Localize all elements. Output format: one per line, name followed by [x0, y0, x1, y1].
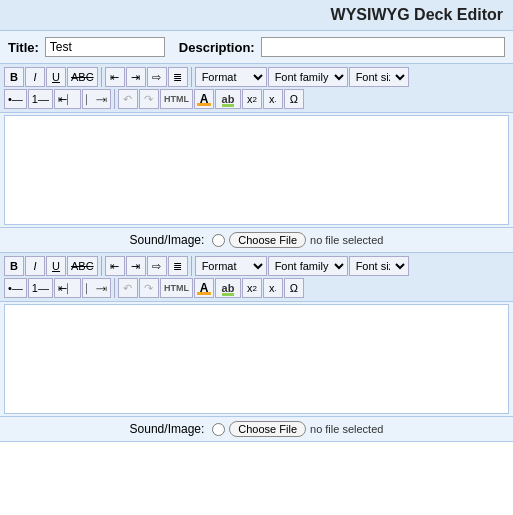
- separator-1: [101, 67, 102, 87]
- html-button[interactable]: HTML: [160, 89, 193, 109]
- sound-radio-2[interactable]: [212, 423, 225, 436]
- highlight-label-2: ab: [222, 282, 235, 294]
- strikethrough-button-2[interactable]: ABC: [67, 256, 98, 276]
- highlight-button-2[interactable]: ab: [215, 278, 241, 298]
- choose-file-button-2[interactable]: Choose File: [229, 421, 306, 437]
- separator-6: [114, 278, 115, 298]
- align-center-button-2[interactable]: ⇥: [126, 256, 146, 276]
- indent-button[interactable]: ⎸⇥: [82, 89, 111, 109]
- align-left-button-2[interactable]: ⇤: [105, 256, 125, 276]
- strikethrough-button[interactable]: ABC: [67, 67, 98, 87]
- align-justify-button-2[interactable]: ≣: [168, 256, 188, 276]
- redo-button-2[interactable]: ↷: [139, 278, 159, 298]
- sound-image-label-1: Sound/Image:: [130, 233, 205, 247]
- sound-image-row-2: Sound/Image: Choose File no file selecte…: [0, 417, 513, 442]
- align-justify-button[interactable]: ≣: [168, 67, 188, 87]
- separator-5: [191, 256, 192, 276]
- highlight-button[interactable]: ab: [215, 89, 241, 109]
- title-label: Title:: [8, 40, 39, 55]
- toolbar-1: B I U ABC ⇤ ⇥ ⇨ ≣ Format Heading 1 Headi…: [0, 64, 513, 113]
- outdent-button[interactable]: ⇤⎸: [54, 89, 81, 109]
- size-select-1[interactable]: Font size 8 10 12 14 16: [349, 67, 409, 87]
- font-select-1[interactable]: Font family Arial Times New Roman Courie…: [268, 67, 348, 87]
- app-title: WYSIWYG Deck Editor: [331, 6, 503, 23]
- font-color-button-2[interactable]: A: [194, 278, 214, 298]
- editor-section-1: B I U ABC ⇤ ⇥ ⇨ ≣ Format Heading 1 Headi…: [0, 64, 513, 228]
- highlight-label: ab: [222, 93, 235, 105]
- desc-label: Description:: [179, 40, 255, 55]
- undo-button-2[interactable]: ↶: [118, 278, 138, 298]
- align-center-button[interactable]: ⇥: [126, 67, 146, 87]
- no-file-text-2: no file selected: [310, 423, 383, 435]
- align-right-button[interactable]: ⇨: [147, 67, 167, 87]
- size-select-2[interactable]: Font size 10 12 14: [349, 256, 409, 276]
- format-select-2[interactable]: Format Heading 1 Heading 2 Normal: [195, 256, 267, 276]
- ordered-list-button[interactable]: 1—: [28, 89, 53, 109]
- title-row: Title: Description:: [0, 31, 513, 64]
- format-select-1[interactable]: Format Heading 1 Heading 2 Normal: [195, 67, 267, 87]
- no-file-text-1: no file selected: [310, 234, 383, 246]
- font-color-button[interactable]: A: [194, 89, 214, 109]
- redo-button[interactable]: ↷: [139, 89, 159, 109]
- italic-button-2[interactable]: I: [25, 256, 45, 276]
- toolbar-row-2-bottom: •— 1— ⇤⎸ ⎸⇥ ↶ ↷ HTML A ab x2 x. Ω: [4, 277, 509, 299]
- toolbar-row-1-bottom: •— 1— ⇤⎸ ⎸⇥ ↶ ↷ HTML A ab x2 x. Ω: [4, 88, 509, 110]
- special-chars-button-2[interactable]: Ω: [284, 278, 304, 298]
- underline-button-2[interactable]: U: [46, 256, 66, 276]
- editor-area-2[interactable]: [4, 304, 509, 414]
- sound-radio-1[interactable]: [212, 234, 225, 247]
- sound-image-row-1: Sound/Image: Choose File no file selecte…: [0, 228, 513, 253]
- special-chars-button[interactable]: Ω: [284, 89, 304, 109]
- toolbar-row-2-top: B I U ABC ⇤ ⇥ ⇨ ≣ Format Heading 1 Headi…: [4, 255, 509, 277]
- separator-3: [114, 89, 115, 109]
- subscript-button-2[interactable]: x.: [263, 278, 283, 298]
- ordered-list-button-2[interactable]: 1—: [28, 278, 53, 298]
- underline-button[interactable]: U: [46, 67, 66, 87]
- editor-section-2: B I U ABC ⇤ ⇥ ⇨ ≣ Format Heading 1 Headi…: [0, 253, 513, 417]
- sound-image-label-2: Sound/Image:: [130, 422, 205, 436]
- toolbar-2: B I U ABC ⇤ ⇥ ⇨ ≣ Format Heading 1 Headi…: [0, 253, 513, 302]
- app-header: WYSIWYG Deck Editor: [0, 0, 513, 31]
- superscript-button[interactable]: x2: [242, 89, 262, 109]
- separator-2: [191, 67, 192, 87]
- unordered-list-button-2[interactable]: •—: [4, 278, 27, 298]
- align-left-button[interactable]: ⇤: [105, 67, 125, 87]
- html-button-2[interactable]: HTML: [160, 278, 193, 298]
- title-input[interactable]: [45, 37, 165, 57]
- bold-button-2[interactable]: B: [4, 256, 24, 276]
- indent-button-2[interactable]: ⎸⇥: [82, 278, 111, 298]
- choose-file-button-1[interactable]: Choose File: [229, 232, 306, 248]
- outdent-button-2[interactable]: ⇤⎸: [54, 278, 81, 298]
- undo-button[interactable]: ↶: [118, 89, 138, 109]
- bold-button[interactable]: B: [4, 67, 24, 87]
- subscript-button[interactable]: x.: [263, 89, 283, 109]
- unordered-list-button[interactable]: •—: [4, 89, 27, 109]
- toolbar-row-1-top: B I U ABC ⇤ ⇥ ⇨ ≣ Format Heading 1 Headi…: [4, 66, 509, 88]
- font-select-2[interactable]: Font family Arial Times New Roman: [268, 256, 348, 276]
- desc-input[interactable]: [261, 37, 505, 57]
- superscript-button-2[interactable]: x2: [242, 278, 262, 298]
- align-right-button-2[interactable]: ⇨: [147, 256, 167, 276]
- italic-button[interactable]: I: [25, 67, 45, 87]
- editor-area-1[interactable]: [4, 115, 509, 225]
- separator-4: [101, 256, 102, 276]
